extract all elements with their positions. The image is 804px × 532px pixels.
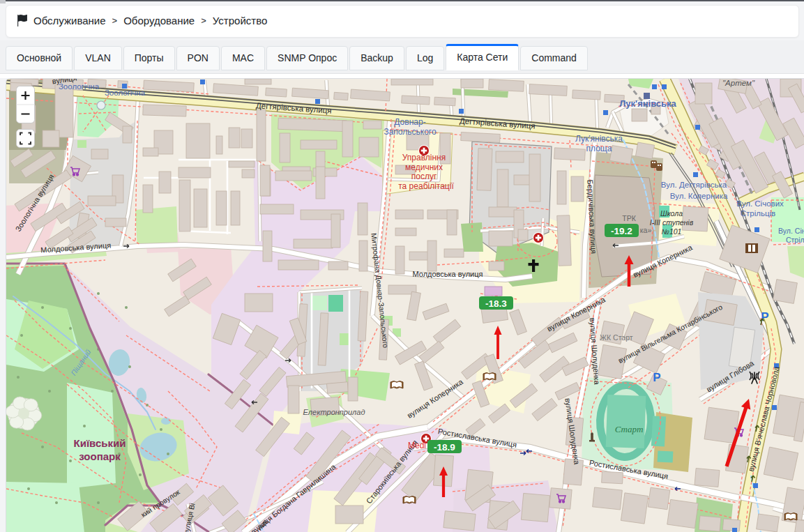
svg-text:Зоологічна: Зоологічна [105, 89, 146, 97]
svg-text:-18.9: -18.9 [434, 442, 455, 453]
svg-text:Стрільців: Стрільців [741, 209, 775, 218]
svg-text:ЖК Старт: ЖК Старт [600, 333, 632, 342]
svg-text:Довнар-: Довнар- [394, 117, 425, 127]
svg-text:зоопарк: зоопарк [79, 450, 121, 462]
svg-text:Лук'янівська: Лук'янівська [619, 98, 676, 109]
svg-text:№101: №101 [662, 227, 682, 236]
svg-text:Молдовська вулиця: Молдовська вулиця [413, 270, 483, 278]
svg-text:Стрільців: Стрільців [786, 236, 804, 244]
svg-text:ТРК: ТРК [622, 214, 636, 222]
svg-text:Лук'янівська: Лук'янівська [575, 134, 623, 144]
svg-text:P: P [761, 310, 768, 324]
svg-text:Запольського: Запольського [384, 127, 437, 137]
svg-text:Школа: Школа [660, 209, 683, 218]
svg-text:Київський: Київський [74, 437, 126, 449]
svg-text:площа: площа [586, 144, 612, 153]
svg-text:послуг: послуг [411, 172, 437, 181]
svg-text:Управління: Управління [402, 153, 446, 162]
svg-text:І-ІІІ ступенів: І-ІІІ ступенів [650, 218, 694, 227]
svg-text:Зоологічна: Зоологічна [59, 82, 100, 91]
svg-text:ка»: ка» [640, 226, 652, 234]
svg-text:Електронприлад: Електронприлад [303, 408, 365, 416]
svg-text:Вул. Сінових: Вул. Сінових [778, 227, 804, 235]
svg-text:Вул. Січових: Вул. Січових [736, 199, 784, 208]
svg-text:"Артем": "Артем" [722, 79, 755, 87]
svg-text:та реабілітації: та реабілітації [398, 181, 454, 191]
svg-text:Medі: Medі [408, 441, 426, 450]
svg-text:медичних: медичних [405, 162, 443, 172]
svg-text:-19.2: -19.2 [611, 226, 632, 236]
svg-text:Вул. Коперника: Вул. Коперника [670, 192, 728, 200]
svg-text:P: P [653, 371, 660, 384]
svg-text:Вул. Дегтярівська: Вул. Дегтярівська [661, 181, 727, 189]
svg-text:Старт: Старт [615, 424, 644, 434]
svg-text:-18.3: -18.3 [485, 298, 507, 309]
